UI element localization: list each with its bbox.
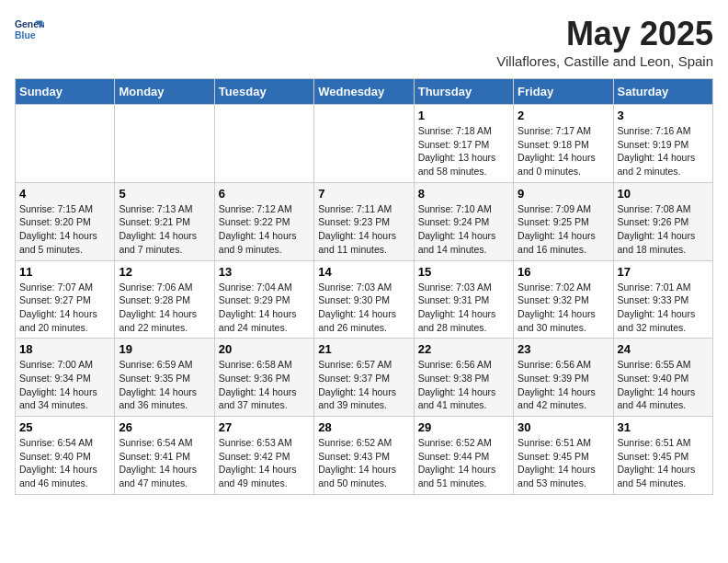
calendar-header-row: SundayMondayTuesdayWednesdayThursdayFrid… [16, 79, 713, 105]
day-number: 22 [418, 342, 509, 356]
day-number: 2 [518, 109, 609, 122]
calendar-cell: 27Sunrise: 6:53 AM Sunset: 9:42 PM Dayli… [214, 417, 313, 495]
calendar-cell: 8Sunrise: 7:10 AM Sunset: 9:24 PM Daylig… [414, 182, 513, 260]
calendar-cell: 14Sunrise: 7:03 AM Sunset: 9:30 PM Dayli… [314, 260, 414, 339]
calendar-cell: 10Sunrise: 7:08 AM Sunset: 9:26 PM Dayli… [613, 182, 712, 260]
calendar-cell: 24Sunrise: 6:55 AM Sunset: 9:40 PM Dayli… [613, 339, 712, 417]
calendar-cell: 12Sunrise: 7:06 AM Sunset: 9:28 PM Dayli… [115, 260, 214, 339]
day-number: 11 [19, 265, 110, 279]
day-number: 23 [518, 342, 609, 356]
day-number: 16 [518, 265, 609, 279]
calendar-cell: 23Sunrise: 6:56 AM Sunset: 9:39 PM Dayli… [514, 339, 613, 417]
day-number: 9 [518, 187, 609, 201]
day-info: Sunrise: 6:57 AM Sunset: 9:37 PM Dayligh… [318, 358, 409, 412]
day-number: 5 [119, 187, 210, 201]
calendar-cell: 3Sunrise: 7:16 AM Sunset: 9:19 PM Daylig… [613, 105, 712, 183]
column-header-saturday: Saturday [613, 79, 712, 105]
page-header: General Blue May 2025 Villaflores, Casti… [15, 15, 713, 69]
calendar-cell [16, 105, 115, 183]
day-number: 29 [418, 420, 509, 434]
calendar-cell: 1Sunrise: 7:18 AM Sunset: 9:17 PM Daylig… [414, 105, 513, 183]
calendar-cell: 31Sunrise: 6:51 AM Sunset: 9:45 PM Dayli… [613, 417, 712, 495]
day-info: Sunrise: 7:16 AM Sunset: 9:19 PM Dayligh… [618, 124, 709, 178]
day-info: Sunrise: 6:52 AM Sunset: 9:44 PM Dayligh… [418, 436, 509, 490]
column-header-tuesday: Tuesday [214, 79, 313, 105]
calendar-cell: 2Sunrise: 7:17 AM Sunset: 9:18 PM Daylig… [514, 105, 613, 183]
calendar-cell: 21Sunrise: 6:57 AM Sunset: 9:37 PM Dayli… [314, 339, 414, 417]
day-number: 3 [618, 109, 709, 122]
month-title: May 2025 [496, 15, 713, 53]
day-number: 30 [518, 420, 609, 434]
day-number: 14 [318, 265, 409, 279]
day-number: 27 [219, 420, 310, 434]
day-info: Sunrise: 6:52 AM Sunset: 9:43 PM Dayligh… [318, 436, 409, 490]
calendar-cell: 30Sunrise: 6:51 AM Sunset: 9:45 PM Dayli… [514, 417, 613, 495]
calendar-cell: 17Sunrise: 7:01 AM Sunset: 9:33 PM Dayli… [613, 260, 712, 339]
location: Villaflores, Castille and Leon, Spain [496, 53, 713, 69]
calendar-cell: 18Sunrise: 7:00 AM Sunset: 9:34 PM Dayli… [16, 339, 115, 417]
day-number: 31 [618, 420, 709, 434]
calendar-cell: 25Sunrise: 6:54 AM Sunset: 9:40 PM Dayli… [16, 417, 115, 495]
day-number: 1 [418, 109, 509, 122]
column-header-wednesday: Wednesday [314, 79, 414, 105]
calendar-cell: 22Sunrise: 6:56 AM Sunset: 9:38 PM Dayli… [414, 339, 513, 417]
day-info: Sunrise: 6:54 AM Sunset: 9:41 PM Dayligh… [119, 436, 210, 490]
column-header-monday: Monday [115, 79, 214, 105]
day-number: 20 [219, 342, 310, 356]
calendar-cell: 5Sunrise: 7:13 AM Sunset: 9:21 PM Daylig… [115, 182, 214, 260]
column-header-friday: Friday [514, 79, 613, 105]
calendar-table: SundayMondayTuesdayWednesdayThursdayFrid… [15, 78, 713, 495]
title-area: May 2025 Villaflores, Castille and Leon,… [496, 15, 713, 69]
calendar-cell [115, 105, 214, 183]
day-number: 19 [119, 342, 210, 356]
calendar-week-row: 25Sunrise: 6:54 AM Sunset: 9:40 PM Dayli… [16, 417, 713, 495]
day-info: Sunrise: 7:08 AM Sunset: 9:26 PM Dayligh… [618, 202, 709, 257]
day-info: Sunrise: 6:53 AM Sunset: 9:42 PM Dayligh… [219, 436, 310, 490]
calendar-cell: 15Sunrise: 7:03 AM Sunset: 9:31 PM Dayli… [414, 260, 513, 339]
calendar-week-row: 1Sunrise: 7:18 AM Sunset: 9:17 PM Daylig… [16, 105, 713, 183]
day-info: Sunrise: 7:15 AM Sunset: 9:20 PM Dayligh… [19, 202, 110, 257]
day-number: 15 [418, 265, 509, 279]
day-info: Sunrise: 6:58 AM Sunset: 9:36 PM Dayligh… [219, 358, 310, 412]
day-info: Sunrise: 6:51 AM Sunset: 9:45 PM Dayligh… [518, 436, 609, 490]
day-info: Sunrise: 7:00 AM Sunset: 9:34 PM Dayligh… [19, 358, 110, 412]
day-info: Sunrise: 7:04 AM Sunset: 9:29 PM Dayligh… [219, 281, 310, 335]
day-info: Sunrise: 7:07 AM Sunset: 9:27 PM Dayligh… [19, 281, 110, 335]
day-number: 8 [418, 187, 509, 201]
calendar-cell: 28Sunrise: 6:52 AM Sunset: 9:43 PM Dayli… [314, 417, 414, 495]
day-info: Sunrise: 7:12 AM Sunset: 9:22 PM Dayligh… [219, 202, 310, 257]
day-number: 26 [119, 420, 210, 434]
day-number: 24 [618, 342, 709, 356]
day-info: Sunrise: 6:51 AM Sunset: 9:45 PM Dayligh… [618, 436, 709, 490]
calendar-cell [214, 105, 313, 183]
day-number: 25 [19, 420, 110, 434]
calendar-week-row: 4Sunrise: 7:15 AM Sunset: 9:20 PM Daylig… [16, 182, 713, 260]
calendar-cell: 7Sunrise: 7:11 AM Sunset: 9:23 PM Daylig… [314, 182, 414, 260]
logo-icon: General Blue [15, 15, 44, 44]
day-number: 13 [219, 265, 310, 279]
svg-text:Blue: Blue [15, 30, 36, 40]
day-info: Sunrise: 7:10 AM Sunset: 9:24 PM Dayligh… [418, 202, 509, 257]
day-number: 12 [119, 265, 210, 279]
day-info: Sunrise: 6:55 AM Sunset: 9:40 PM Dayligh… [618, 358, 709, 412]
day-info: Sunrise: 6:59 AM Sunset: 9:35 PM Dayligh… [119, 358, 210, 412]
day-number: 18 [19, 342, 110, 356]
calendar-cell: 20Sunrise: 6:58 AM Sunset: 9:36 PM Dayli… [214, 339, 313, 417]
column-header-thursday: Thursday [414, 79, 513, 105]
day-info: Sunrise: 6:56 AM Sunset: 9:38 PM Dayligh… [418, 358, 509, 412]
calendar-cell: 11Sunrise: 7:07 AM Sunset: 9:27 PM Dayli… [16, 260, 115, 339]
day-info: Sunrise: 7:11 AM Sunset: 9:23 PM Dayligh… [318, 202, 409, 257]
day-info: Sunrise: 7:02 AM Sunset: 9:32 PM Dayligh… [518, 281, 609, 335]
day-info: Sunrise: 7:06 AM Sunset: 9:28 PM Dayligh… [119, 281, 210, 335]
day-info: Sunrise: 6:54 AM Sunset: 9:40 PM Dayligh… [19, 436, 110, 490]
calendar-week-row: 11Sunrise: 7:07 AM Sunset: 9:27 PM Dayli… [16, 260, 713, 339]
day-info: Sunrise: 7:03 AM Sunset: 9:31 PM Dayligh… [418, 281, 509, 335]
day-number: 21 [318, 342, 409, 356]
day-info: Sunrise: 6:56 AM Sunset: 9:39 PM Dayligh… [518, 358, 609, 412]
day-info: Sunrise: 7:17 AM Sunset: 9:18 PM Dayligh… [518, 124, 609, 178]
day-info: Sunrise: 7:01 AM Sunset: 9:33 PM Dayligh… [618, 281, 709, 335]
calendar-cell: 26Sunrise: 6:54 AM Sunset: 9:41 PM Dayli… [115, 417, 214, 495]
day-info: Sunrise: 7:18 AM Sunset: 9:17 PM Dayligh… [418, 124, 509, 178]
logo: General Blue [15, 15, 48, 44]
day-number: 10 [618, 187, 709, 201]
